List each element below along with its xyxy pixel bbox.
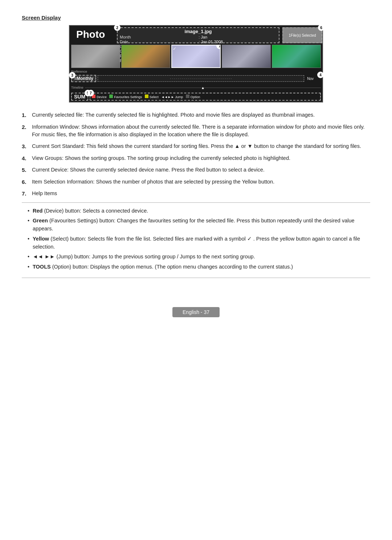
section-heading: Screen Display — [22, 15, 370, 21]
help-list: Red (Device) button: Selects a connected… — [28, 207, 364, 271]
thumbnails-row: ✓ 1 — [70, 43, 322, 69]
thumb-2 — [121, 45, 170, 68]
circle-2: 2 — [114, 24, 121, 31]
yellow-icon — [145, 94, 148, 98]
sort-section: Preference 3 ≡ Monthly · · · · · · · · ·… — [70, 69, 322, 84]
photo-label: Photo — [70, 26, 117, 43]
footer: English - 37 — [22, 307, 370, 317]
list-item-4: 4. View Groups: Shows the sorting groups… — [22, 154, 370, 163]
numbered-list: 1. Currently selected file: The currentl… — [22, 111, 370, 198]
help-items-box: 7 Device Favourites Settings Select ◄◄►►… — [90, 93, 321, 101]
help-item-green: Green (Favourites Settings) button: Chan… — [28, 217, 364, 233]
help-item-red: Red (Device) button: Selects a connected… — [28, 207, 364, 215]
circle-7: 7 — [87, 90, 94, 96]
circle-1: 1 — [216, 45, 221, 49]
circle-3: 3 — [69, 72, 75, 78]
page-number-badge: English - 37 — [172, 307, 220, 317]
circle-6: 6 — [318, 24, 324, 31]
help-item-yellow: Yellow (Select) button: Selects file fro… — [28, 235, 364, 251]
bottom-bar: SUM 5 7 Device Favourites Settings Selec… — [70, 92, 322, 102]
timeline-bar: Timeline ▲ — [70, 84, 322, 92]
list-item-5: 5. Current Device: Shows the currently s… — [22, 166, 370, 174]
timeline-line: ▲ — [85, 88, 321, 88]
sort-groups: · · · · · · · · · · · · · · · · · · · · … — [98, 75, 304, 82]
thumb-5 — [272, 45, 321, 68]
green-icon — [109, 94, 113, 98]
selected-box: 6 1File(s) Selected — [282, 27, 322, 43]
thumb-1 — [71, 45, 120, 68]
thumb-4 — [222, 45, 271, 68]
circle-4: 4 — [317, 72, 324, 78]
sort-box: 3 ≡ Monthly — [71, 75, 96, 82]
sort-bar: 3 ≡ Monthly · · · · · · · · · · · · · · … — [70, 73, 322, 84]
thumb-3-selected: ✓ 1 — [171, 45, 221, 68]
screen-mockup: Photo 2 image_1.jpg Month: Jan Date: Jan… — [69, 25, 323, 102]
sum-box: SUM 5 — [71, 93, 88, 101]
list-item-7: 7. Help Items — [22, 190, 370, 198]
sort-nov: Nov — [307, 77, 314, 81]
list-item-3: 3. Current Sort Standard: This field sho… — [22, 142, 370, 151]
list-item-6: 6. Item Selection Information: Shows the… — [22, 178, 370, 186]
filename: image_1.jpg — [120, 29, 277, 34]
help-box: Red (Device) button: Selects a connected… — [22, 202, 370, 278]
help-item-tools: TOOLS (Option) button: Displays the opti… — [28, 263, 364, 271]
list-item-2: 2. Information Window: Shows information… — [22, 123, 370, 139]
tools-icon — [186, 94, 189, 98]
list-item-1: 1. Currently selected file: The currentl… — [22, 111, 370, 120]
info-box: 2 image_1.jpg Month: Jan Date: Jan.01.20… — [117, 27, 279, 43]
help-item-jump: ◄◄ ►► (Jump) button: Jumps to the previo… — [28, 253, 364, 261]
preference-label: Preference — [70, 69, 322, 73]
